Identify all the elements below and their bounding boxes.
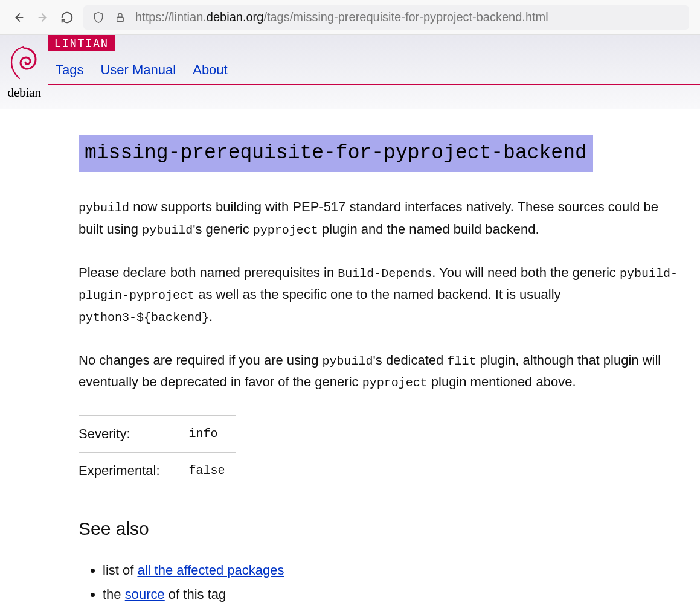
debian-swirl-icon [9, 45, 39, 82]
experimental-label: Experimental: [79, 452, 189, 489]
shield-icon [91, 10, 106, 25]
metadata-table: Severity: info Experimental: false [79, 415, 236, 490]
table-row: Experimental: false [79, 452, 236, 489]
list-item: list of all the affected packages [103, 560, 686, 581]
tab-user-manual[interactable]: User Manual [100, 62, 176, 78]
paragraph-3: No changes are required if you are using… [79, 349, 686, 394]
debian-wordmark: debian [0, 84, 48, 100]
code-pybuild: pybuild [142, 223, 193, 237]
code-flit: flit [447, 354, 476, 368]
nav-tabs: Tags User Manual About [48, 51, 700, 85]
list-item: the source of this tag [103, 584, 686, 605]
paragraph-1: pybuild now supports building with PEP-5… [79, 196, 686, 240]
see-also-list: list of all the affected packages the so… [79, 560, 686, 606]
address-bar[interactable]: https://lintian.debian.org/tags/missing-… [83, 5, 689, 30]
forward-button[interactable] [35, 10, 51, 25]
code-python3-backend: python3-${backend} [79, 311, 209, 325]
link-source[interactable]: source [125, 587, 165, 602]
browser-toolbar: https://lintian.debian.org/tags/missing-… [0, 0, 700, 35]
main-content: missing-prerequisite-for-pyproject-backe… [48, 109, 700, 605]
table-row: Severity: info [79, 415, 236, 452]
code-pybuild: pybuild [323, 354, 373, 368]
paragraph-2: Please declare both named prerequisites … [79, 262, 686, 328]
lintian-badge: LINTIAN [48, 35, 115, 51]
svg-rect-0 [117, 17, 124, 22]
severity-label: Severity: [79, 415, 189, 452]
tab-about[interactable]: About [193, 62, 228, 78]
link-affected-packages[interactable]: all the affected packages [137, 563, 284, 578]
lock-icon [112, 10, 128, 25]
code-pyproject: pyproject [253, 223, 318, 237]
experimental-value: false [189, 452, 236, 489]
tab-tags[interactable]: Tags [56, 62, 83, 78]
code-build-depends: Build-Depends [338, 267, 432, 281]
see-also-heading: See also [79, 514, 686, 544]
back-button[interactable] [11, 10, 27, 25]
code-pybuild: pybuild [79, 201, 129, 215]
logo-column: debian [0, 35, 48, 109]
tag-title: missing-prerequisite-for-pyproject-backe… [79, 135, 593, 172]
severity-value: info [189, 415, 236, 452]
reload-button[interactable] [59, 10, 75, 25]
url-text: https://lintian.debian.org/tags/missing-… [135, 10, 548, 24]
code-pyproject: pyproject [362, 376, 428, 390]
